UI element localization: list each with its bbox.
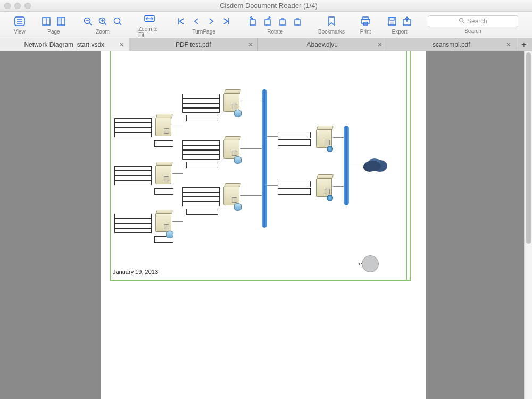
document-page: January 19, 2013 37	[101, 51, 426, 399]
page-number: 37	[358, 262, 362, 267]
svg-line-35	[463, 22, 464, 23]
titlebar: Cisdem Document Reader (1/4)	[0, 0, 532, 12]
data-stack	[114, 214, 152, 233]
network-bus-icon	[262, 89, 267, 228]
tab-label: Network Diagram_start.vsdx	[24, 41, 104, 48]
single-page-icon[interactable]	[40, 15, 52, 27]
connector	[240, 102, 262, 102]
scrollbar-thumb[interactable]	[526, 52, 531, 244]
export-share-icon[interactable]	[401, 15, 413, 27]
next-page-icon[interactable]	[205, 15, 217, 27]
rotate-label: Rotate	[267, 29, 282, 35]
search-input[interactable]: Search	[428, 15, 518, 27]
network-bus-icon	[344, 126, 349, 205]
rotate-left-icon[interactable]	[247, 15, 259, 27]
search-icon	[459, 18, 465, 26]
zoom-window-button[interactable]	[24, 3, 31, 9]
close-window-button[interactable]	[4, 3, 11, 9]
first-page-icon[interactable]	[176, 15, 187, 27]
close-tab-icon[interactable]: ✕	[119, 41, 124, 48]
svg-rect-7	[57, 18, 61, 25]
connector	[333, 137, 344, 138]
svg-point-34	[459, 18, 463, 22]
search-placeholder: Search	[467, 18, 487, 25]
server-label	[278, 139, 311, 146]
close-tab-icon[interactable]: ✕	[248, 41, 253, 48]
tab-abaev[interactable]: Abaev.djvu ✕	[258, 38, 387, 51]
vertical-scrollbar[interactable]	[524, 51, 532, 399]
connector	[333, 186, 344, 187]
svg-rect-31	[390, 22, 394, 25]
svg-point-39	[364, 161, 381, 171]
bookmark-icon[interactable]	[326, 15, 337, 27]
connector	[267, 136, 278, 137]
svg-rect-30	[390, 18, 394, 20]
database-icon	[234, 110, 242, 117]
server-icon	[154, 114, 172, 139]
globe-icon	[327, 146, 333, 152]
print-icon[interactable]	[360, 15, 371, 27]
rotate-cw-icon[interactable]	[277, 15, 288, 27]
data-stack	[114, 166, 152, 185]
two-page-icon[interactable]	[55, 15, 67, 27]
window-controls	[4, 3, 31, 9]
zoom-to-fit-icon[interactable]	[144, 13, 155, 24]
tab-scansmpl[interactable]: scansmpl.pdf ✕	[387, 38, 517, 51]
svg-rect-27	[361, 19, 370, 23]
connector	[240, 148, 262, 149]
tabbar: Network Diagram_start.vsdx ✕ PDF test.pd…	[0, 38, 532, 51]
server-icon	[154, 162, 172, 187]
rotate-ccw-icon[interactable]	[292, 15, 303, 27]
minimize-window-button[interactable]	[14, 3, 21, 9]
rotate-right-icon[interactable]	[262, 15, 273, 27]
zoom-in-icon[interactable]	[97, 15, 109, 27]
database-icon	[234, 156, 242, 164]
page-label: Page	[47, 29, 60, 35]
export-label: Export	[392, 29, 408, 35]
new-tab-button[interactable]: +	[516, 38, 532, 51]
svg-line-17	[119, 23, 121, 25]
zoom-label: Zoom	[96, 29, 110, 35]
svg-rect-23	[265, 20, 270, 25]
prev-page-icon[interactable]	[190, 15, 202, 27]
tab-network-diagram[interactable]: Network Diagram_start.vsdx ✕	[0, 38, 129, 51]
print-label: Print	[360, 29, 371, 35]
close-tab-icon[interactable]: ✕	[377, 41, 383, 48]
zoom-out-icon[interactable]	[82, 15, 94, 27]
svg-line-10	[89, 23, 92, 25]
server-label	[154, 140, 173, 147]
network-diagram: January 19, 2013 37	[101, 51, 426, 399]
tab-pdf-test[interactable]: PDF test.pdf ✕	[129, 38, 259, 51]
tab-label: scansmpl.pdf	[433, 41, 470, 48]
toolbar: View Page Zoom	[0, 12, 532, 38]
data-stack	[182, 140, 220, 160]
server-label	[278, 188, 311, 195]
svg-rect-24	[280, 20, 285, 25]
diagram-border	[110, 51, 111, 281]
globe-icon	[327, 195, 333, 201]
export-save-icon[interactable]	[386, 15, 398, 27]
svg-point-16	[114, 18, 120, 24]
database-icon	[166, 231, 173, 238]
document-viewport[interactable]: January 19, 2013 37	[0, 51, 532, 399]
tab-label: PDF test.pdf	[176, 41, 211, 48]
window-title: Cisdem Document Reader (1/4)	[31, 2, 506, 10]
svg-rect-25	[295, 20, 300, 25]
connector	[172, 173, 183, 174]
server-label	[278, 132, 311, 138]
data-stack	[114, 118, 152, 137]
diagram-border	[110, 280, 411, 281]
server-label	[278, 181, 311, 187]
svg-rect-22	[250, 20, 255, 25]
diagram-border	[410, 51, 411, 281]
last-page-icon[interactable]	[220, 15, 232, 27]
zoom-actual-icon[interactable]	[112, 15, 123, 27]
connector	[349, 163, 362, 163]
cloud-icon	[362, 155, 389, 173]
search-label: Search	[464, 28, 481, 34]
turnpage-label: TurnPage	[192, 29, 215, 35]
connector	[267, 185, 278, 186]
page-indicator	[362, 255, 379, 272]
view-sidebar-icon[interactable]	[14, 15, 26, 27]
close-tab-icon[interactable]: ✕	[506, 41, 511, 48]
